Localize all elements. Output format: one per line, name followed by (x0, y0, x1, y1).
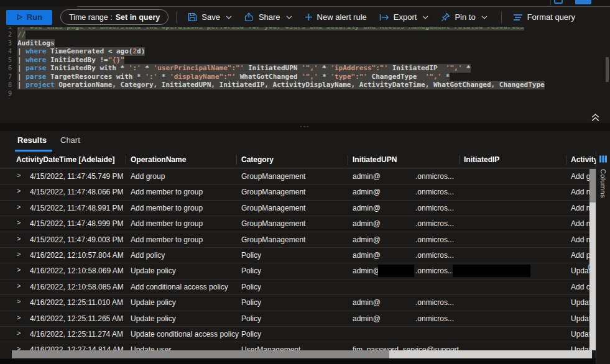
cell-activitydisplayname: Add member to group (571, 204, 589, 212)
code-token: where (25, 47, 46, 55)
cell-category: GroupManagement (241, 204, 305, 212)
line-number: 9 (0, 89, 17, 98)
row-expand-chevron-icon[interactable]: > (17, 298, 21, 305)
row-expand-chevron-icon[interactable]: > (17, 203, 21, 211)
cell-activitydisplayname: Add conditional access policy (571, 283, 589, 291)
collapse-editor-button[interactable] (591, 113, 602, 123)
format-query-button[interactable]: Format query (507, 9, 581, 25)
cell-activitydatetime: 4/15/2022, 11:47:49.003 PM (30, 235, 124, 244)
column-divider[interactable] (126, 155, 126, 165)
code-token: 'displayName":"' (170, 73, 236, 81)
export-button[interactable]: Export (373, 9, 435, 25)
cell-category: Policy (241, 266, 261, 275)
cell-operationname: Update policy (131, 298, 176, 307)
vertical-scrollbar-thumb[interactable] (589, 169, 596, 202)
column-header-activitydatetime[interactable]: ActivityDateTime [Adelaide] (16, 155, 115, 164)
code-token: WhatGotChanged (236, 73, 302, 81)
code-token: parse (25, 64, 46, 72)
line-number: 2 (0, 30, 17, 39)
columns-pane-toggle[interactable]: Columns (596, 152, 610, 364)
play-icon (16, 14, 23, 20)
table-row[interactable]: >4/16/2022, 12:10:58.085 AMAdd condition… (0, 280, 589, 295)
query-toolbar: Run Time range : Set in query Save Share… (0, 7, 610, 27)
column-header-initiatedupn[interactable]: InitiatedUPN (353, 155, 397, 164)
divider (176, 12, 177, 23)
cell-initiatedupn-prefix: admin@ (353, 204, 381, 212)
new-alert-rule-button[interactable]: New alert rule (298, 9, 373, 25)
row-expand-chevron-icon[interactable]: > (17, 235, 21, 242)
code-token: TimeGenerated < ago( (46, 47, 132, 55)
table-row[interactable]: >4/15/2022, 11:47:48.991 PMAdd member to… (0, 201, 589, 216)
row-expand-chevron-icon[interactable]: > (17, 171, 21, 179)
column-header-category[interactable]: Category (241, 155, 274, 164)
cell-operationname: Add conditional access policy (131, 283, 228, 291)
cell-initiatedupn-prefix: admin@ (353, 314, 381, 323)
share-label: Share (259, 12, 280, 22)
results-rows: >4/15/2022, 11:47:45.749 PMAdd groupGrou… (0, 169, 589, 358)
row-expand-chevron-icon[interactable]: > (17, 329, 21, 337)
cell-initiatedupn-suffix: .onmicros... (415, 251, 454, 260)
line-number: 5 (0, 56, 17, 65)
cell-initiatedupn-prefix: admin@ (353, 266, 381, 275)
chevron-down-icon (286, 16, 292, 19)
save-button[interactable]: Save (182, 9, 238, 25)
code-token: 'userPrincipalName":"' (154, 64, 244, 72)
code-token: parse (25, 73, 46, 81)
code-token: InitiatedIP (388, 64, 446, 72)
column-divider[interactable] (459, 155, 460, 165)
share-button[interactable]: Share (238, 9, 298, 25)
row-expand-chevron-icon[interactable]: > (17, 282, 21, 289)
row-expand-chevron-icon[interactable]: > (17, 219, 21, 226)
row-expand-chevron-icon[interactable]: > (17, 187, 21, 194)
pin-to-button[interactable]: Pin to (435, 9, 493, 25)
column-header-initiatedip[interactable]: InitiatedIP (464, 155, 499, 164)
column-header-operationname[interactable]: OperationName (131, 155, 186, 164)
clipped-feedback-icon[interactable] (554, 0, 563, 4)
code-token: * (462, 64, 470, 72)
column-divider[interactable] (566, 155, 566, 165)
clipped-blue-button[interactable] (575, 0, 591, 4)
editor-scrollbar[interactable] (606, 57, 609, 82)
tab-results[interactable]: Results (17, 135, 47, 145)
run-button[interactable]: Run (6, 10, 52, 25)
top-strip (0, 0, 610, 7)
cell-operationname: Add member to group (131, 235, 203, 244)
table-row[interactable]: >4/16/2022, 12:25:11.265 AMUpdate policy… (0, 311, 589, 327)
code-line: 6| parse InitiatedBy with * ':' * 'userP… (0, 64, 610, 73)
row-expand-chevron-icon[interactable]: > (17, 250, 21, 258)
table-row[interactable]: >4/16/2022, 12:10:57.804 AMAdd policyPol… (0, 248, 589, 263)
time-range-picker[interactable]: Time range : Set in query (60, 9, 169, 25)
cell-operationname: Add group (131, 172, 165, 181)
column-header-activitydisplayname[interactable]: ActivityDisplayName (571, 155, 596, 164)
divider (501, 12, 502, 23)
kql-query-editor[interactable]: 1// Use this page to understand the oper… (0, 27, 610, 123)
cell-activitydatetime: 4/15/2022, 11:47:45.749 PM (30, 172, 124, 181)
pin-icon (441, 12, 450, 22)
save-icon (188, 12, 197, 22)
redaction-block (453, 265, 530, 277)
horizontal-scrollbar-thumb[interactable] (12, 350, 389, 358)
table-row[interactable]: >4/16/2022, 12:10:58.069 AMUpdate policy… (0, 263, 589, 279)
cell-activitydatetime: 4/16/2022, 12:25:11.010 AM (30, 298, 123, 307)
table-row[interactable]: >4/15/2022, 11:47:48.999 PMAdd member to… (0, 216, 589, 232)
code-token: | (17, 56, 25, 64)
table-row[interactable]: >4/15/2022, 11:47:49.003 PMAdd member to… (0, 232, 589, 248)
tab-chart[interactable]: Chart (60, 135, 80, 145)
table-row[interactable]: >4/16/2022, 12:25:11.010 AMUpdate policy… (0, 295, 589, 311)
row-expand-chevron-icon[interactable]: > (17, 314, 21, 321)
table-row[interactable]: >4/16/2022, 12:25:11.274 AMUpdate condit… (0, 327, 589, 342)
cell-initiatedupn-suffix: .onmicros... (415, 204, 454, 212)
table-row[interactable]: >4/15/2022, 11:47:45.749 PMAdd groupGrou… (0, 169, 589, 184)
code-text: // (17, 30, 25, 39)
cell-initiatedupn-suffix: .onmicros... (415, 266, 454, 275)
pane-resize-handle[interactable]: ··· (0, 123, 610, 131)
cell-initiatedupn-prefix: admin@ (353, 251, 381, 260)
column-divider[interactable] (236, 155, 237, 165)
plus-icon (305, 13, 313, 21)
row-expand-chevron-icon[interactable]: > (17, 266, 21, 273)
cell-initiatedupn-suffix: .onmicros... (415, 235, 454, 244)
code-text: | where TimeGenerated < ago(2d) (17, 47, 145, 56)
code-line: 2// (0, 30, 610, 39)
table-row[interactable]: >4/15/2022, 11:47:48.066 PMAdd member to… (0, 184, 589, 200)
column-divider[interactable] (348, 155, 348, 165)
